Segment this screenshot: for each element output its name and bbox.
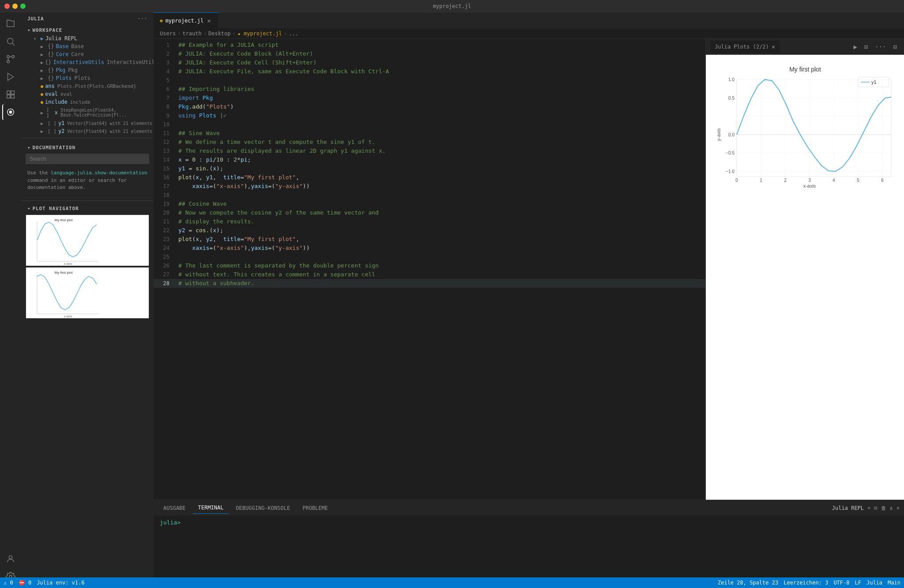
- status-language[interactable]: Julia: [866, 580, 882, 586]
- plot-tab-close[interactable]: ×: [772, 43, 775, 50]
- plot-split-button[interactable]: ⊡: [862, 42, 870, 51]
- tab-label: myproject.jl: [166, 18, 204, 24]
- breadcrumb-more[interactable]: ...: [289, 30, 298, 37]
- plot-thumbnail-1[interactable]: My first plot x-axis: [26, 215, 149, 265]
- status-warning-count[interactable]: ⚠ 0: [4, 580, 13, 586]
- minimize-button[interactable]: [12, 4, 18, 9]
- svg-point-2: [7, 56, 10, 58]
- run-activity-icon[interactable]: [3, 69, 19, 85]
- tree-include-item[interactable]: ● include include: [21, 98, 154, 106]
- iu-label: InteractiveUtils: [53, 59, 104, 65]
- tree-base-item[interactable]: ▶ {} Base Base: [21, 42, 154, 50]
- y1-tag: Vector{Float64} with 21 elements: [67, 121, 152, 126]
- plot-actions[interactable]: ▶ ⊡ ··· ⊡: [851, 42, 900, 51]
- terminal-collapse-button[interactable]: ∧: [890, 505, 893, 511]
- code-line-13: 13 # The results are displayed as linear…: [154, 147, 705, 155]
- files-activity-icon[interactable]: [3, 16, 19, 32]
- terminal-trash-button[interactable]: 🗑: [881, 505, 886, 511]
- tree-x-item[interactable]: ▶ [ ] x StepRangeLen{Float64, Base.Twice…: [21, 106, 154, 119]
- breadcrumb-users[interactable]: Users: [160, 30, 176, 37]
- julia-activity-icon[interactable]: [2, 104, 18, 120]
- status-spaces[interactable]: Leerzeichen: 3: [783, 580, 828, 586]
- svg-marker-7: [8, 73, 14, 81]
- code-editor[interactable]: 1 ## Example for a JULIA script 2 # JULI…: [154, 39, 705, 500]
- status-bar: ⚠ 0 ⛔ 0 Julia env: v1.6 Zeile 28, Spalte…: [0, 577, 904, 588]
- x-prefix: [ ]: [46, 107, 53, 118]
- tab-terminal[interactable]: TERMINAL: [193, 502, 229, 514]
- eval-label: eval: [45, 91, 58, 97]
- maximize-button[interactable]: [20, 4, 26, 9]
- workspace-arrow: ▾: [27, 27, 31, 33]
- breadcrumb-file[interactable]: ⬥ myproject.jl: [237, 30, 282, 37]
- pkg-prefix: {}: [48, 67, 54, 73]
- julia-repl-item[interactable]: ▾ ▶ Julia REPL: [21, 34, 154, 42]
- tree-y2-item[interactable]: ▶ [ ] y2 Vector{Float64} with 21 element…: [21, 127, 154, 135]
- tree-core-item[interactable]: ▶ {} Core Core: [21, 50, 154, 58]
- documentation-label[interactable]: ▾ DOCUMENTATION: [21, 143, 154, 152]
- status-line-ending[interactable]: LF: [855, 580, 861, 586]
- tab-debugging-konsole[interactable]: DEBUGGING-KONSOLE: [230, 502, 295, 514]
- breadcrumb-desktop[interactable]: Desktop: [208, 30, 231, 37]
- plots-prefix: {}: [48, 75, 54, 81]
- svg-line-1: [12, 43, 15, 45]
- documentation-search[interactable]: [26, 154, 149, 164]
- window-title: myproject.jl: [433, 3, 471, 9]
- extensions-activity-icon[interactable]: [3, 87, 19, 102]
- terminal-add-button[interactable]: +: [867, 505, 870, 511]
- tree-plots-item[interactable]: ▶ {} Plots Plots: [21, 74, 154, 82]
- status-right-group: Zeile 28, Spalte 23 Leerzeichen: 3 UTF-8…: [718, 580, 900, 586]
- plot-thumbnail-2[interactable]: My first plot x-axis: [26, 267, 149, 318]
- search-activity-icon[interactable]: [3, 34, 19, 49]
- terminal-close-button[interactable]: ×: [896, 505, 900, 511]
- x-tag: StepRangeLen{Float64, Base.TwicePrecisio…: [60, 108, 154, 117]
- plot-run-button[interactable]: ▶: [851, 42, 859, 51]
- tree-ans-item[interactable]: ● ans Plots.Plot{Plots.GRBackend}: [21, 82, 154, 90]
- status-encoding[interactable]: UTF-8: [833, 580, 849, 586]
- source-control-activity-icon[interactable]: [3, 51, 19, 67]
- terminal-split-button[interactable]: ⊡: [874, 505, 877, 511]
- tab-ausgabe[interactable]: AUSGABE: [158, 502, 191, 514]
- julia-plots-tab[interactable]: Julia Plots (2/2) ×: [710, 41, 780, 53]
- code-line-2: 2 # JULIA: Execute Code Block (Alt+Enter…: [154, 49, 705, 58]
- code-line-1: 1 ## Example for a JULIA script: [154, 41, 705, 49]
- account-activity-icon[interactable]: [3, 551, 19, 567]
- sidebar-menu-icon[interactable]: ···: [137, 16, 147, 22]
- ans-tag: Plots.Plot{Plots.GRBackend}: [57, 83, 136, 89]
- svg-rect-10: [7, 95, 10, 98]
- svg-text:My first plot: My first plot: [55, 218, 73, 222]
- y2-prefix: [ ]: [48, 128, 56, 134]
- svg-text:x-axis: x-axis: [64, 262, 72, 265]
- svg-text:1.0: 1.0: [728, 77, 734, 82]
- tab-probleme[interactable]: PROBLEME: [297, 502, 333, 514]
- code-line-28: 28 # without a subheader.: [154, 279, 705, 288]
- close-button[interactable]: [4, 4, 10, 9]
- tab-close-button[interactable]: ×: [206, 17, 211, 25]
- editor-plot-area: 1 ## Example for a JULIA script 2 # JULI…: [154, 39, 904, 500]
- sidebar: JULIA ··· ▾ WORKSPACE ▾ ▶ Julia REPL ▶ {…: [21, 12, 154, 588]
- code-line-8: 8 Pkg.add("Plots"): [154, 102, 705, 111]
- window-controls[interactable]: [4, 4, 26, 9]
- tree-interactiveutils-item[interactable]: ▶ {} InteractiveUtils InteractiveUtils: [21, 58, 154, 66]
- iu-tag: InteractiveUtils: [107, 59, 154, 65]
- breadcrumb-trauth[interactable]: trauth: [182, 30, 201, 37]
- status-julia-env[interactable]: Julia env: v1.6: [37, 580, 84, 586]
- tree-pkg-item[interactable]: ▶ {} Pkg Pkg: [21, 66, 154, 74]
- tree-y1-item[interactable]: ▶ [ ] y1 Vector{Float64} with 21 element…: [21, 119, 154, 127]
- code-line-14: 14 x = 0 : pi/10 : 2*pi;: [154, 155, 705, 164]
- terminal-repl-label: Julia REPL: [832, 505, 864, 511]
- plot-navigator-label[interactable]: ▾ PLOT NAVIGATOR: [21, 204, 154, 213]
- tree-eval-item[interactable]: ● eval eval: [21, 90, 154, 98]
- status-error-count[interactable]: ⛔ 0: [19, 580, 31, 586]
- sidebar-title: JULIA: [27, 16, 44, 22]
- sidebar-header-icons[interactable]: ···: [137, 16, 147, 22]
- workspace-label[interactable]: ▾ WORKSPACE: [21, 26, 154, 34]
- editor-tab-myproject[interactable]: ◉ myproject.jl ×: [154, 12, 218, 28]
- plot-maximize-button[interactable]: ⊡: [891, 42, 900, 51]
- y2-tag: Vector{Float64} with 21 elements: [67, 129, 152, 134]
- status-cursor-pos[interactable]: Zeile 28, Spalte 23: [718, 580, 778, 586]
- plot-tab-bar: Julia Plots (2/2) × ▶ ⊡ ··· ⊡: [706, 39, 904, 55]
- plot-more-button[interactable]: ···: [872, 42, 889, 51]
- status-main[interactable]: Main: [888, 580, 900, 586]
- svg-text:2: 2: [784, 178, 787, 183]
- svg-text:0: 0: [735, 178, 738, 183]
